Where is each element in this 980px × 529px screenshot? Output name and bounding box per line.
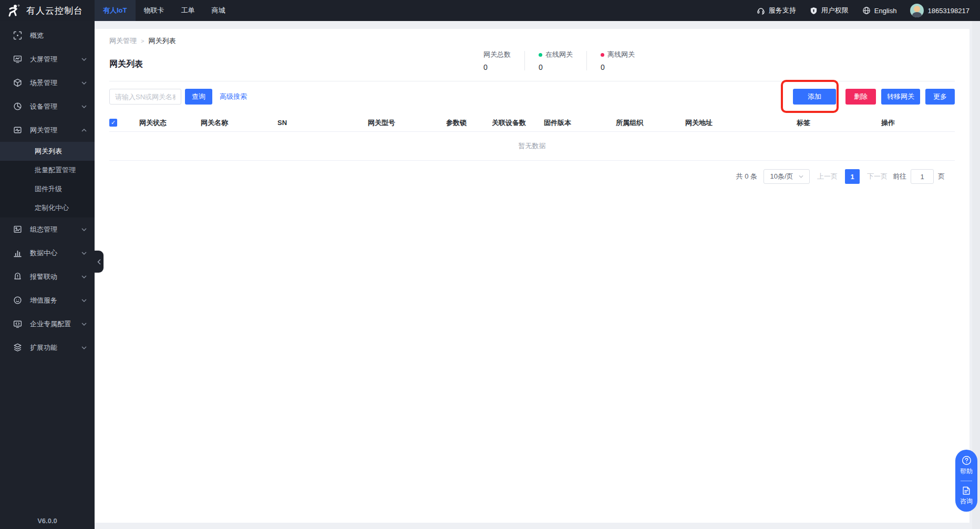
big-screen-icon — [13, 55, 22, 64]
stat-online-label: 在线网关 — [539, 50, 573, 59]
col-organization: 所属组织 — [616, 118, 685, 128]
stat-total: 网关总数 0 — [483, 50, 524, 71]
table-header: ✓ 网关状态 网关名称 SN 网关型号 参数锁 关联设备数 固件版本 所属组织 … — [109, 114, 955, 132]
chevron-down-icon — [81, 346, 87, 349]
chevron-up-icon — [81, 129, 87, 132]
sidebar-item-label: 增值服务 — [30, 296, 57, 305]
sidebar-item-gateway[interactable]: 网关管理 — [0, 118, 95, 142]
search-input[interactable] — [109, 89, 181, 105]
globe-icon — [862, 6, 871, 15]
goto-label: 前往 — [893, 172, 906, 181]
user-permission[interactable]: 用户权限 — [810, 6, 849, 15]
transfer-gateway-button[interactable]: 转移网关 — [881, 89, 920, 105]
help-button[interactable]: 帮助 — [960, 455, 973, 476]
logo-mascot-icon — [7, 4, 20, 17]
service-support-label: 服务支持 — [769, 6, 796, 15]
stat-offline: 离线网关 0 — [587, 50, 648, 71]
stat-offline-label: 离线网关 — [601, 50, 635, 59]
sidebar-item-big-screen[interactable]: 大屏管理 — [0, 47, 95, 71]
sidebar-item-alarm[interactable]: 报警联动 — [0, 265, 95, 288]
page-header: 网关列表 网关总数 0 在线网关 0 — [109, 54, 955, 76]
stat-offline-value: 0 — [601, 63, 635, 71]
avatar — [910, 4, 924, 17]
tab-work-order[interactable]: 工单 — [173, 0, 203, 21]
page-size-select[interactable]: 10条/页 — [764, 169, 810, 184]
query-button[interactable]: 查询 — [185, 89, 212, 105]
chevron-left-icon — [97, 259, 101, 265]
goto-page-input[interactable] — [911, 169, 934, 184]
sidebar-item-label: 扩展功能 — [30, 343, 57, 352]
delete-button[interactable]: 删除 — [845, 89, 876, 105]
sidebar-item-enterprise-config[interactable]: 企业专属配置 — [0, 312, 95, 336]
chevron-down-icon — [81, 323, 87, 326]
overview-icon — [13, 31, 22, 40]
next-page-button[interactable]: 下一页 — [867, 172, 888, 181]
pagination: 共 0 条 10条/页 上一页 1 下一页 前往 页 — [109, 169, 955, 184]
sidebar-item-label: 报警联动 — [30, 272, 57, 282]
col-gateway-address: 网关地址 — [685, 118, 797, 128]
gateway-submenu: 网关列表 批量配置管理 固件升级 定制化中心 — [0, 142, 95, 217]
chevron-down-icon — [81, 299, 87, 302]
sidebar-item-data-center[interactable]: 数据中心 — [0, 241, 95, 265]
help-label: 帮助 — [960, 467, 973, 476]
online-dot-icon — [539, 53, 542, 57]
floating-help-widget: 帮助 咨询 — [955, 450, 977, 512]
sidebar-item-label: 数据中心 — [30, 248, 57, 258]
tab-iot-card[interactable]: 物联卡 — [136, 0, 173, 21]
sidebar-item-batch-config[interactable]: 批量配置管理 — [0, 161, 95, 180]
col-gateway-status: 网关状态 — [139, 118, 201, 128]
add-button[interactable]: 添加 — [793, 89, 836, 105]
sidebar-item-label: 设备管理 — [30, 102, 57, 111]
pagination-total: 共 0 条 — [736, 172, 757, 181]
col-tags: 标签 — [797, 118, 881, 128]
sidebar-item-value-added[interactable]: 增值服务 — [0, 288, 95, 312]
gateway-icon — [13, 126, 22, 134]
consult-button[interactable]: 咨询 — [960, 486, 973, 506]
language-label: English — [874, 7, 897, 15]
col-sn: SN — [277, 119, 368, 127]
advanced-search-link[interactable]: 高级搜索 — [220, 92, 247, 101]
tab-mall[interactable]: 商城 — [203, 0, 234, 21]
sidebar-item-extension[interactable]: 扩展功能 — [0, 336, 95, 359]
page-unit-label: 页 — [938, 172, 945, 181]
toolbar-actions: 添加 删除 转移网关 更多 — [793, 89, 955, 105]
sidebar: 概览 大屏管理 场景管理 设备管理 网关管理 网关列表 批量配置 — [0, 21, 95, 529]
headset-icon — [757, 6, 765, 15]
breadcrumb-separator: > — [141, 38, 144, 44]
divider — [109, 81, 955, 81]
logo[interactable]: 有人云控制台 — [0, 4, 95, 17]
service-support[interactable]: 服务支持 — [757, 6, 796, 15]
sidebar-item-configuration[interactable]: 组态管理 — [0, 217, 95, 241]
sidebar-item-overview[interactable]: 概览 — [0, 24, 95, 47]
chevron-down-icon — [81, 81, 87, 85]
content-card: 网关管理 > 网关列表 网关列表 网关总数 0 在线网关 0 — [95, 29, 969, 523]
sidebar-collapse-handle[interactable] — [95, 251, 104, 273]
more-button[interactable]: 更多 — [925, 89, 955, 105]
sidebar-item-firmware-upgrade[interactable]: 固件升级 — [0, 180, 95, 199]
breadcrumb-parent[interactable]: 网关管理 — [109, 36, 137, 46]
document-icon — [962, 486, 971, 495]
value-added-icon — [13, 296, 22, 305]
offline-dot-icon — [601, 53, 604, 57]
page-number-1[interactable]: 1 — [845, 169, 860, 184]
stat-online: 在线网关 0 — [525, 50, 586, 71]
toolbar: 查询 高级搜索 添加 删除 转移网关 更多 — [109, 89, 955, 105]
sidebar-item-customization-center[interactable]: 定制化中心 — [0, 199, 95, 217]
extension-icon — [13, 343, 22, 352]
topbar: 有人云控制台 有人IoT 物联卡 工单 商城 服务支持 用户权限 — [0, 0, 980, 21]
tab-youren-iot[interactable]: 有人IoT — [95, 0, 136, 21]
select-all-checkbox[interactable]: ✓ — [109, 119, 117, 127]
prev-page-button[interactable]: 上一页 — [817, 172, 838, 181]
sidebar-item-label: 概览 — [30, 31, 44, 40]
sidebar-item-device[interactable]: 设备管理 — [0, 95, 95, 118]
gateway-stats: 网关总数 0 在线网关 0 离线网关 0 — [483, 50, 648, 71]
user-account[interactable]: 18653198217 — [910, 4, 969, 17]
enterprise-icon — [13, 319, 22, 328]
language-switcher[interactable]: English — [862, 6, 897, 15]
chevron-down-icon — [81, 105, 87, 108]
sidebar-item-scene[interactable]: 场景管理 — [0, 71, 95, 95]
chevron-down-icon — [81, 58, 87, 61]
sidebar-item-gateway-list[interactable]: 网关列表 — [0, 142, 95, 161]
user-permission-label: 用户权限 — [821, 6, 849, 15]
alarm-icon — [13, 272, 22, 281]
